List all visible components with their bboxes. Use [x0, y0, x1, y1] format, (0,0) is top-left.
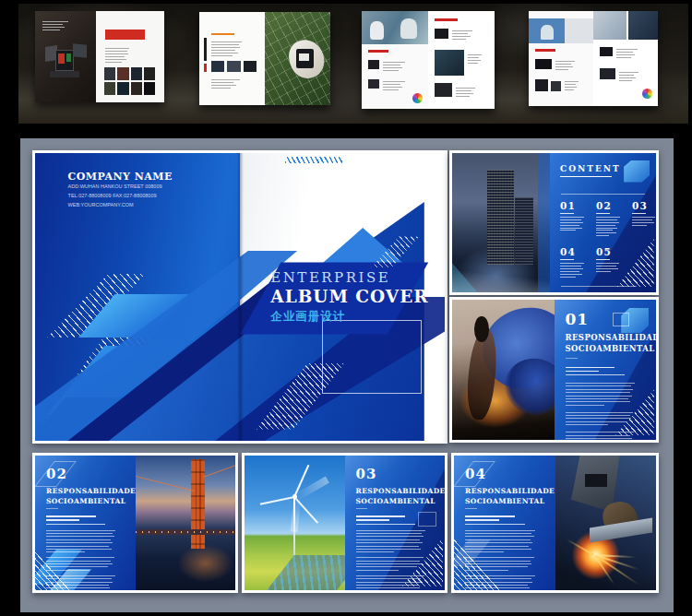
- black-bar: [204, 38, 207, 60]
- thumb-text-lines: [42, 19, 79, 32]
- chapter-title: RESPONSABILIDADE SOCIOAMBIENTAL: [356, 487, 435, 506]
- thumb1-left-page: [35, 11, 96, 102]
- chapter-03-text-side: 03 RESPONSABILIDADE SOCIOAMBIENTAL: [345, 456, 446, 590]
- company-name: COMPANY NAME: [68, 171, 173, 183]
- chapter-lead-lines: [465, 515, 523, 521]
- brochure-thumb-4: [529, 11, 658, 106]
- photo-cell: [117, 67, 128, 80]
- toc-number-rule: [596, 213, 610, 214]
- photo-grid: [104, 67, 156, 95]
- chapter-lead-lines: [356, 515, 414, 521]
- product-blob: [600, 68, 615, 79]
- photo-cell: [131, 82, 142, 95]
- bridge-photo: [136, 456, 236, 590]
- chapter-01-spread: 01 RESPONSABILIDADE SOCIOAMBIENTAL: [449, 297, 659, 443]
- counter-display: [299, 53, 309, 60]
- chapter-title-line1: RESPONSABILIDADE: [46, 487, 125, 497]
- chapter-title-line2: SOCIOAMBIENTAL: [46, 497, 125, 507]
- cover-title-block: ENTERPRISE ALBUM COVER 企业画册设计: [270, 269, 428, 325]
- lead-underline: [465, 524, 525, 525]
- preview-panel: COMPANY NAME ADD:WUHAN HANKOU STREET 008…: [20, 138, 674, 612]
- chapter-title-line1: RESPONSABILIDADE: [356, 487, 435, 497]
- toc-row-1: 01 02 03: [560, 200, 656, 238]
- toc-grid: 01 02 03: [560, 200, 656, 278]
- product-shape: [73, 43, 87, 57]
- chapter-03-inner: 03 RESPONSABILIDADE SOCIOAMBIENTAL: [245, 456, 445, 590]
- hexagon-decor: [624, 160, 650, 183]
- toc-number: 03: [632, 200, 656, 211]
- chapter-lead-lines: [46, 515, 104, 521]
- toc-entry-lines: [632, 217, 656, 226]
- toc-number: 05: [596, 246, 624, 257]
- bridge-cable: [136, 475, 196, 492]
- brochure-thumb-3: [362, 11, 495, 109]
- thumb-text-lines: [616, 47, 646, 60]
- tower-shape: [515, 197, 533, 264]
- thumb-text-lines: [105, 46, 137, 65]
- chapter-title-line2: SOCIOAMBIENTAL: [566, 344, 646, 355]
- chapter-title-line2: SOCIOAMBIENTAL: [356, 497, 435, 507]
- toc-item-03: 03: [632, 200, 656, 238]
- brochure-thumb-2: [199, 12, 330, 105]
- color-wheel: [412, 93, 423, 103]
- product-blob: [435, 83, 452, 97]
- body-paragraph-lines: [46, 557, 118, 571]
- photo-cell: [593, 11, 626, 40]
- thumb-text-lines: [383, 79, 415, 92]
- body-paragraph-lines: [566, 383, 638, 406]
- body-paragraph-lines: [566, 432, 638, 440]
- hatch-strip-decor: [285, 157, 342, 163]
- turbine-blade: [260, 496, 295, 505]
- body-paragraph-lines: [46, 530, 118, 553]
- thumb3-left-page: [362, 11, 428, 109]
- lead-underline: [566, 374, 625, 375]
- thumb-text-lines: [452, 29, 482, 41]
- thumb4-right-page: [593, 11, 658, 106]
- spine-shadow: [237, 153, 244, 441]
- blade-motion-blur: [291, 497, 301, 533]
- chapter-04-inner: 04 RESPONSABILIDADE SOCIOAMBIENTAL: [454, 456, 656, 590]
- photo-cell: [131, 67, 142, 80]
- product-blob: [435, 29, 447, 39]
- toc-item-02: 02: [596, 200, 624, 238]
- color-wheel: [642, 89, 652, 99]
- photo-cell: [117, 82, 128, 95]
- welding-photo: [555, 456, 657, 590]
- deck-lights: [136, 531, 236, 533]
- thumb-text-lines: [565, 79, 584, 92]
- content-inner: CONTENT 01 02: [452, 153, 656, 292]
- outline-rect-decor: [322, 320, 423, 394]
- thumb-text-lines: [211, 40, 252, 58]
- toc-number: 01: [560, 200, 588, 211]
- product-screen-green: [66, 53, 71, 63]
- figure-shape: [541, 25, 554, 40]
- thumb-text-lines: [456, 86, 483, 99]
- product-blob: [551, 81, 561, 90]
- divider-rule: [561, 194, 646, 195]
- chapter-04-text-side: 04 RESPONSABILIDADE SOCIOAMBIENTAL: [454, 456, 555, 590]
- photo-cell: [211, 61, 225, 72]
- product-blob: [535, 79, 548, 90]
- thumb4-left-page: [529, 11, 593, 106]
- thumb-text-lines: [619, 70, 646, 83]
- chapter-title-line1: RESPONSABILIDADE: [465, 487, 544, 497]
- toc-heading-block: CONTENT: [560, 164, 621, 177]
- thumb-text-lines: [211, 77, 252, 90]
- chapter-02-text-side: 02 RESPONSABILIDADE SOCIOAMBIENTAL: [35, 456, 136, 590]
- figure-shape: [400, 18, 418, 39]
- toc-number-rule: [632, 213, 646, 214]
- toc-number-rule: [560, 259, 574, 260]
- tower-shape: [487, 170, 514, 265]
- toc-entry-lines: [596, 263, 624, 272]
- chapter-number: 01: [566, 310, 646, 328]
- photo-cell: [628, 11, 658, 40]
- body-paragraph-lines: [566, 412, 638, 426]
- lab-photo-strip: [362, 11, 428, 44]
- outline-rect-decor: [418, 512, 436, 527]
- cover-inner: COMPANY NAME ADD:WUHAN HANKOU STREET 008…: [35, 153, 445, 441]
- body-paragraph-lines: [465, 575, 538, 590]
- photo-cell: [244, 61, 257, 72]
- brochure-thumb-1: [35, 11, 164, 102]
- wall-photo-strip: [18, 4, 688, 124]
- hair-shape: [474, 316, 488, 341]
